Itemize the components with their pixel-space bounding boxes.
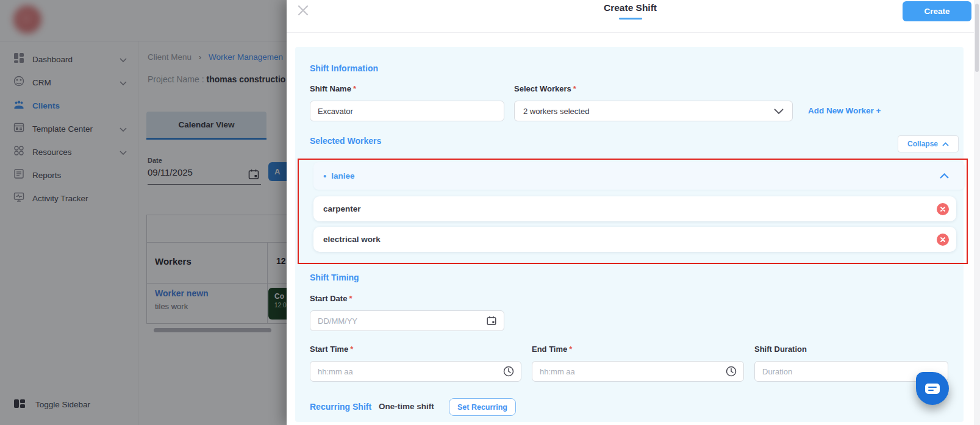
- required-marker: *: [350, 345, 353, 354]
- header-divider: [287, 32, 974, 33]
- required-marker: *: [349, 294, 352, 303]
- chevron-up-icon: [940, 173, 949, 179]
- remove-worker-button[interactable]: [937, 203, 949, 215]
- calendar-icon: [486, 315, 957, 329]
- selected-worker-row: electrical work: [313, 227, 956, 252]
- scrollbar-thumb[interactable]: [975, 4, 979, 72]
- bullet-icon: •: [323, 171, 326, 181]
- shift-name-input[interactable]: [310, 101, 504, 121]
- shift-duration-label: Shift Duration: [754, 345, 807, 354]
- start-date-label: Start Date*: [310, 294, 352, 303]
- title-underline: [619, 18, 642, 20]
- required-marker: *: [569, 345, 572, 354]
- set-recurring-button[interactable]: Set Recurring: [449, 398, 516, 416]
- chevron-down-icon: [774, 109, 784, 114]
- form-panel: Shift Information Shift Name* Select Wor…: [295, 47, 964, 422]
- x-icon: [940, 207, 945, 212]
- modal-scrollbar[interactable]: [974, 0, 980, 425]
- start-time-input[interactable]: [310, 361, 521, 382]
- select-workers-label: Select Workers*: [514, 84, 576, 93]
- recurring-shift-heading: Recurring Shift: [310, 402, 371, 412]
- start-time-label: Start Time*: [310, 345, 353, 354]
- x-icon: [940, 237, 945, 242]
- required-marker: *: [573, 84, 576, 93]
- shift-name-label: Shift Name*: [310, 84, 356, 93]
- chat-launcher-button[interactable]: [916, 372, 949, 405]
- chevron-up-icon: [942, 142, 949, 146]
- selected-worker-row: carpenter: [313, 196, 956, 221]
- collapse-button[interactable]: Collapse: [898, 135, 959, 152]
- add-new-worker-link[interactable]: Add New Worker +: [808, 106, 881, 115]
- remove-worker-button[interactable]: [937, 234, 949, 246]
- shift-timing-heading: Shift Timing: [310, 273, 359, 282]
- create-shift-modal: Create Shift Create Shift Information Sh…: [287, 0, 974, 425]
- chat-icon: [925, 384, 940, 394]
- required-marker: *: [353, 84, 356, 93]
- create-button[interactable]: Create: [903, 1, 971, 21]
- worker-group-name: laniee: [331, 171, 354, 180]
- modal-title: Create Shift: [287, 2, 974, 13]
- selected-workers-heading: Selected Workers: [310, 136, 381, 146]
- select-workers-dropdown[interactable]: 2 workers selected: [514, 101, 793, 121]
- selected-worker-name: carpenter: [323, 204, 361, 213]
- selected-worker-name: electrical work: [323, 235, 381, 244]
- start-date-input[interactable]: [310, 310, 504, 331]
- recurring-value: One-time shift: [379, 402, 434, 411]
- select-workers-value: 2 workers selected: [523, 107, 589, 116]
- shift-information-heading: Shift Information: [310, 63, 378, 73]
- worker-group-laniee[interactable]: • laniee: [313, 162, 965, 190]
- end-time-label: End Time*: [532, 345, 572, 354]
- app-screen: Dashboard CRM Clients Template Center Re…: [0, 0, 980, 425]
- end-time-input[interactable]: [532, 361, 744, 382]
